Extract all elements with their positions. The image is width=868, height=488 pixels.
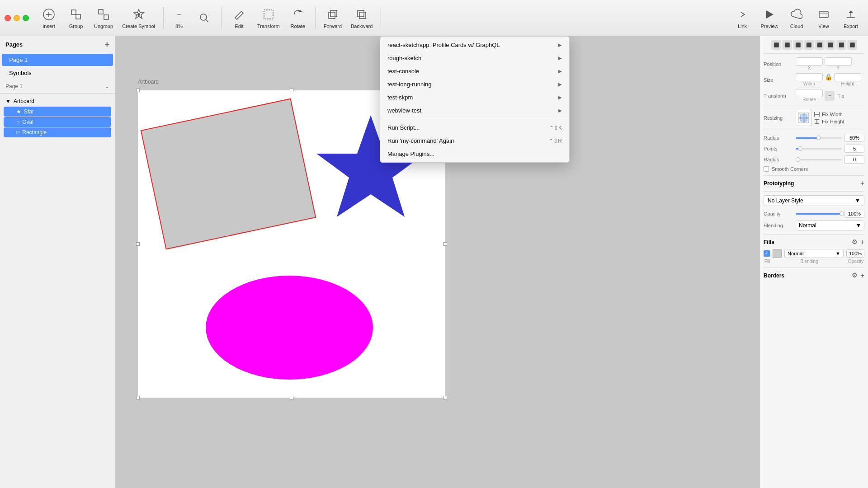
insert-icon [42, 7, 56, 22]
forward-button[interactable]: Forward [320, 4, 345, 33]
maximize-button[interactable] [23, 15, 29, 21]
close-button[interactable] [5, 15, 11, 21]
points-slider-track[interactable] [796, 148, 842, 150]
minimize-button[interactable] [14, 15, 20, 21]
ungroup-button[interactable]: Ungroup [90, 4, 117, 33]
y-input[interactable] [825, 57, 852, 66]
transform-button[interactable]: Transform [254, 4, 283, 33]
radius2-slider-thumb[interactable] [796, 157, 800, 162]
fill-opacity-input[interactable] [846, 249, 864, 258]
radius2-slider-track[interactable] [796, 159, 842, 160]
radius-slider-thumb[interactable] [816, 136, 821, 140]
layer-item-star[interactable]: ★ Star [4, 107, 111, 117]
fills-gear-button[interactable]: ⚙ [852, 238, 858, 246]
flip-h-button[interactable]: ↔ [825, 91, 835, 101]
view-button[interactable]: View [811, 4, 836, 33]
backward-button[interactable]: Backward [347, 4, 376, 33]
align-bottom-button[interactable]: ⬛ [826, 40, 835, 50]
rectangle-shape[interactable] [141, 99, 316, 250]
rotate-button[interactable]: Rotate [285, 4, 311, 33]
menu-item-test-long-running[interactable]: test-long-running ▶ [380, 78, 569, 91]
star-icon: ★ [16, 108, 21, 115]
group-button[interactable]: Group [63, 4, 89, 33]
sidebar-item-symbols[interactable]: Symbols [2, 67, 113, 79]
menu-item-run-again[interactable]: Run 'my-command' Again ⌃⇧R [380, 134, 569, 147]
menu-item-manage-plugins[interactable]: Manage Plugins... [380, 147, 569, 160]
rotate-input[interactable] [796, 89, 823, 97]
add-page-button[interactable]: + [104, 40, 109, 49]
cloud-button[interactable]: Cloud [784, 4, 809, 33]
borders-add-button[interactable]: + [860, 272, 864, 280]
radius2-slider-container [796, 155, 864, 164]
rectangle-icon: □ [16, 129, 19, 136]
submenu-arrow-icon: ▶ [558, 108, 562, 113]
svg-rect-6 [104, 15, 108, 19]
preview-button[interactable]: Preview [757, 4, 782, 33]
sidebar-item-page1[interactable]: Page 1 [2, 54, 113, 66]
create-symbol-button[interactable]: Create Symbol [118, 4, 159, 33]
forward-nav-button[interactable]: Link [730, 4, 755, 33]
svg-rect-16 [359, 12, 366, 19]
svg-rect-12 [264, 10, 273, 19]
opacity-slider-container [796, 210, 864, 218]
layer-tree: ▼ Artboard ★ Star ○ Oval □ Rectangle [0, 94, 115, 141]
selection-handle-tm [290, 89, 293, 92]
size-inputs: Width 🔒 Height [796, 73, 861, 86]
align-center-h-button[interactable]: ⬛ [782, 40, 792, 50]
canvas-area[interactable]: Artboard react-sketc [115, 36, 760, 488]
radius-slider-track[interactable] [796, 137, 842, 139]
menu-item-rough-sketch[interactable]: rough-sketch ▶ [380, 52, 569, 65]
height-input[interactable] [834, 73, 861, 81]
right-panel: ⬛ ⬛ ⬛ ⬛ ⬛ ⬛ ⬛ ⬛ Position X Y [760, 36, 868, 488]
points-input[interactable] [844, 145, 864, 153]
align-left-button[interactable]: ⬛ [771, 40, 781, 50]
fill-blending-select[interactable]: Normal ▼ [784, 249, 844, 258]
view-icon [816, 7, 831, 22]
x-input[interactable] [796, 57, 823, 66]
artboard-group-header[interactable]: ▼ Artboard [2, 96, 113, 106]
radius2-input[interactable] [844, 155, 864, 164]
toolbar-separator-4 [381, 7, 381, 29]
zoom-fit-button[interactable] [192, 4, 217, 33]
radius-input[interactable] [844, 134, 864, 142]
panel-divider-1 [764, 53, 864, 54]
distribute-v-button[interactable]: ⬛ [847, 40, 857, 50]
layer-style-select[interactable]: No Layer Style ▼ [764, 195, 864, 206]
align-center-v-button[interactable]: ⬛ [815, 40, 825, 50]
prototyping-add-button[interactable]: + [860, 179, 864, 188]
opacity-input[interactable] [844, 210, 864, 218]
opacity-slider-track[interactable] [796, 213, 842, 215]
zoom-display: − 8% [168, 4, 190, 33]
align-top-button[interactable]: ⬛ [804, 40, 814, 50]
menu-item-test-console[interactable]: test-console ▶ [380, 65, 569, 78]
submenu-arrow-icon: ▶ [558, 69, 562, 74]
borders-gear-button[interactable]: ⚙ [852, 272, 858, 280]
fill-color-swatch[interactable] [773, 249, 782, 258]
edit-button[interactable]: Edit [226, 4, 252, 33]
fill-enabled-checkbox[interactable]: ✓ [764, 250, 770, 257]
layer-item-rectangle[interactable]: □ Rectangle [4, 127, 111, 137]
zoom-minus-icon[interactable]: − [172, 7, 186, 22]
fills-add-button[interactable]: + [860, 238, 864, 246]
blending-select[interactable]: Normal ▼ [796, 221, 864, 230]
menu-item-test-skpm[interactable]: test-skpm ▶ [380, 91, 569, 104]
svg-rect-4 [76, 14, 80, 19]
lock-aspect-icon[interactable]: 🔒 [825, 73, 832, 86]
align-right-button[interactable]: ⬛ [793, 40, 803, 50]
smooth-corners-checkbox[interactable] [764, 166, 769, 172]
layer-item-oval[interactable]: ○ Oval [4, 117, 111, 127]
menu-item-run-script[interactable]: Run Script... ⌃⇧K [380, 121, 569, 134]
points-slider-thumb[interactable] [798, 146, 802, 151]
menu-item-webview-test[interactable]: webview-test ▶ [380, 104, 569, 117]
menu-item-react-sketchapp[interactable]: react-sketchapp: Profile Cards w/ GraphQ… [380, 38, 569, 52]
export-button[interactable]: Export [838, 4, 863, 33]
opacity-slider-thumb[interactable] [840, 211, 844, 216]
oval-shape[interactable] [206, 276, 373, 380]
distribute-h-button[interactable]: ⬛ [836, 40, 846, 50]
fix-height-label: Fix Height [822, 119, 844, 124]
dropdown-menu[interactable]: react-sketchapp: Profile Cards w/ GraphQ… [380, 36, 570, 163]
width-input[interactable] [796, 73, 823, 81]
export-icon [844, 7, 858, 22]
resizing-grid[interactable] [796, 110, 812, 126]
insert-button[interactable]: Insert [36, 4, 61, 33]
